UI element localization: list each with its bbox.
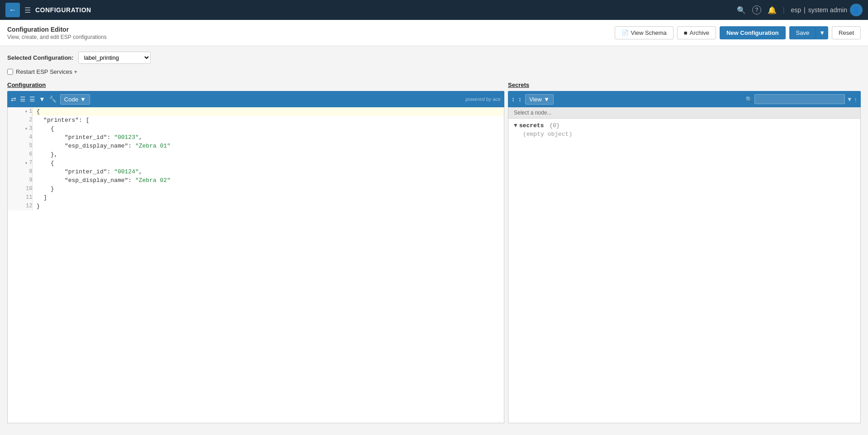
config-panel-heading: Configuration <box>7 81 504 88</box>
code-line-cell: }, <box>33 150 504 159</box>
line-number-cell: 11 <box>8 193 33 202</box>
schema-icon: 📄 <box>621 29 629 36</box>
filter-icon[interactable]: ▼ <box>847 96 853 103</box>
content-area: Selected Configuration: label_printing d… <box>0 46 868 435</box>
sub-header-actions: 📄 View Schema ■ Archive New Configuratio… <box>615 26 861 39</box>
code-line-cell: "printer_id": "00124", <box>33 167 504 176</box>
avatar: 👤 <box>850 4 863 16</box>
line-number-cell: ▼ 1 <box>8 107 33 116</box>
line-number-cell: 9 <box>8 176 33 185</box>
collapse-icon[interactable]: ↕ <box>512 96 515 103</box>
editor-toolbar: ⇄ ☰ ☰ ▼ 🔧 Code ▼ powered by ace <box>7 91 504 107</box>
archive-button[interactable]: ■ Archive <box>677 26 716 39</box>
secrets-search: 🔍 ▼ ↑ <box>745 94 857 104</box>
table-row: 11 ] <box>8 193 504 202</box>
select-node-bar[interactable]: Select a node... <box>508 107 860 119</box>
nav-divider2: | <box>804 6 806 14</box>
line-number-cell: 12 <box>8 202 33 210</box>
table-row: 10 } <box>8 185 504 193</box>
nav-admin-label: system admin <box>808 6 847 14</box>
top-nav: ← ☰ CONFIGURATION 🔍 ? 🔔 | esp | system a… <box>0 0 868 20</box>
code-line-cell: "printer_id": "00123", <box>33 133 504 142</box>
view-dropdown[interactable]: View ▼ <box>525 94 554 105</box>
sub-header-text: Configuration Editor View, create, and e… <box>7 26 107 40</box>
code-line: "esp_display_name": "Zebra 01" <box>33 142 504 150</box>
secrets-toolbar: ↕ ↕ View ▼ 🔍 ▼ ↑ <box>508 91 861 107</box>
config-selector-row: Selected Configuration: label_printing d… <box>7 52 861 64</box>
nav-divider: | <box>783 6 785 14</box>
wrench-icon[interactable]: 🔧 <box>49 96 57 103</box>
help-icon[interactable]: ? <box>752 5 761 14</box>
line-arrow-icon: ▼ <box>25 159 27 167</box>
nav-title: CONFIGURATION <box>35 6 91 14</box>
save-button[interactable]: Save <box>789 26 816 39</box>
sub-header-title: Configuration Editor <box>7 26 107 33</box>
restart-checkbox[interactable] <box>7 69 13 75</box>
secrets-panel: Secrets ↕ ↕ View ▼ 🔍 ▼ ↑ Selec <box>508 81 861 423</box>
nav-user-label: esp <box>791 6 801 14</box>
table-row: ▼ 3 { <box>8 124 504 133</box>
tree-empty-label: (empty object) <box>514 131 855 138</box>
code-line-cell: { <box>33 107 504 116</box>
code-line: ] <box>33 193 504 202</box>
table-row: 6 }, <box>8 150 504 159</box>
line-number-cell: ▼ 7 <box>8 159 33 167</box>
reset-button[interactable]: Reset <box>832 26 861 39</box>
config-panel: Configuration ⇄ ☰ ☰ ▼ 🔧 Code ▼ powered b… <box>7 81 504 423</box>
code-line-cell: { <box>33 159 504 167</box>
new-configuration-button[interactable]: New Configuration <box>720 26 786 39</box>
code-line: "printers": [ <box>33 116 504 124</box>
filter-icon[interactable]: ▼ <box>39 96 45 103</box>
code-line-cell: "esp_display_name": "Zebra 02" <box>33 176 504 185</box>
filter-code-icon[interactable]: ☰ <box>29 96 35 103</box>
code-line: }, <box>33 150 504 159</box>
search-icon[interactable]: 🔍 <box>737 6 746 14</box>
archive-icon: ■ <box>684 29 688 36</box>
table-row: 5 "esp_display_name": "Zebra 01" <box>8 142 504 150</box>
wrap-icon[interactable]: ⇄ <box>11 96 16 103</box>
table-row: 4 "printer_id": "00123", <box>8 133 504 142</box>
expand-icon[interactable]: ↕ <box>518 96 522 103</box>
view-schema-button[interactable]: 📄 View Schema <box>615 26 674 39</box>
table-row: 9 "esp_display_name": "Zebra 02" <box>8 176 504 185</box>
powered-by-label: powered by ace <box>465 96 501 102</box>
code-table: ▼ 1 { 2 <box>8 107 504 210</box>
search-icon: 🔍 <box>745 96 753 103</box>
list-icon[interactable]: ☰ <box>20 96 26 103</box>
code-line-cell: } <box>33 185 504 193</box>
line-number-cell: 10 <box>8 185 33 193</box>
tree-key: secrets <box>519 122 544 129</box>
code-line: { <box>33 159 504 167</box>
bell-icon[interactable]: 🔔 <box>768 6 777 14</box>
code-line: } <box>33 185 504 193</box>
code-editor[interactable]: ▼ 1 { 2 <box>7 107 504 423</box>
line-number-cell: 2 <box>8 116 33 124</box>
table-row: 2 "printers": [ <box>8 116 504 124</box>
secrets-content: Select a node... ▼ secrets {0} (empty ob… <box>508 107 861 423</box>
code-line: "esp_display_name": "Zebra 02" <box>33 176 504 185</box>
restart-row: Restart ESP Services + <box>7 68 861 75</box>
table-row: ▼ 7 { <box>8 159 504 167</box>
line-number-cell: ▼ 3 <box>8 124 33 133</box>
view-dropdown-arrow: ▼ <box>544 96 550 103</box>
code-line-cell: "printers": [ <box>33 116 504 124</box>
code-line-cell: { <box>33 124 504 133</box>
secrets-search-input[interactable] <box>754 94 845 104</box>
line-number-cell: 6 <box>8 150 33 159</box>
code-line-cell: } <box>33 202 504 210</box>
code-line: } <box>33 202 504 210</box>
line-number-cell: 4 <box>8 133 33 142</box>
back-button[interactable]: ← <box>5 3 20 17</box>
nav-icon-lines: ☰ <box>24 6 31 14</box>
nav-user[interactable]: esp | system admin 👤 <box>791 4 863 16</box>
line-arrow-icon: ▼ <box>25 107 27 116</box>
panels: Configuration ⇄ ☰ ☰ ▼ 🔧 Code ▼ powered b… <box>7 81 861 423</box>
config-selector-dropdown[interactable]: label_printing default custom <box>78 52 151 64</box>
save-dropdown-button[interactable]: ▼ <box>816 26 828 39</box>
tree-collapse-arrow[interactable]: ▼ <box>514 122 517 129</box>
code-dropdown[interactable]: Code ▼ <box>60 94 90 105</box>
code-line: "printer_id": "00124", <box>33 167 504 176</box>
save-button-group: Save ▼ <box>789 26 829 39</box>
config-selector-label: Selected Configuration: <box>7 54 74 61</box>
collapse-all-icon[interactable]: ↑ <box>854 96 858 103</box>
